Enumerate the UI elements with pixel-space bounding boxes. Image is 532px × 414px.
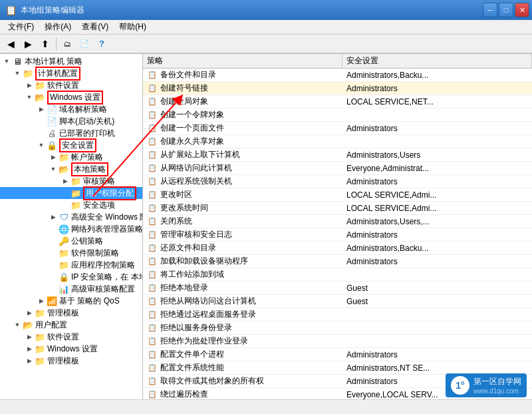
policy-cell: 📋拒绝以服务身份登录 [143,321,342,334]
expander-software: ▶ [24,80,35,91]
policy-label: 拒绝通过远程桌面服务登录 [160,309,256,320]
icon-ipsec: 🔒 [59,272,69,282]
close-button[interactable]: ✕ [515,3,529,17]
icon-scripts: 📄 [47,116,57,126]
tree-view: ▼ 🖥 本地计算机 策略 ▼ 📁 计算机配置 ▶ 📁 软件设置 [0,54,142,368]
menu-view[interactable]: 查看(V) [76,20,114,34]
policy-label: 将工作站添加到域 [160,269,224,280]
back-button[interactable]: ◀ [3,36,19,52]
tree-node-userconfig[interactable]: ▼ 📂 用户配置 [0,319,142,331]
list-row[interactable]: 📋还原文件和目录Administrators,Backu... [143,242,532,255]
list-row[interactable]: 📋将工作站添加到域 [143,268,532,282]
list-row[interactable]: 📋创建一个页面文件Administrators [143,122,532,135]
tree-node-windows[interactable]: ▼ 📂 Windows 设置 [0,91,142,103]
title-bar-text: 本地组策略编辑器 [21,5,84,16]
expander-printers [36,128,47,138]
col-header-security[interactable]: 安全设置 [342,54,532,68]
list-row[interactable]: 📋从网络访问此计算机Everyone,Administrat... [143,162,532,175]
label-software: 软件设置 [47,80,79,91]
label-softrestrict: 软件限制策略 [71,248,119,259]
policy-label: 从远程系统强制关机 [160,176,232,187]
security-cell: LOCAL SERVICE,Admi... [342,188,532,201]
list-row[interactable]: 📋创建符号链接Administrators [143,82,532,95]
tree-node-admintemp[interactable]: ▶ 📁 管理模板 [0,307,142,319]
icon-secopts: 📁 [70,200,81,210]
tree-node-dns[interactable]: ▶ 📄 域名解析策略 [0,103,142,115]
col-header-policy[interactable]: 策略 [143,54,342,68]
policy-cell: 📋关闭系统 [143,215,342,228]
expander-usersoftware: ▶ [24,331,35,342]
list-row[interactable]: 📋创建全局对象LOCAL SERVICE,NET... [143,95,532,108]
list-row[interactable]: 📋从远程系统强制关机Administrators [143,175,532,188]
list-row[interactable]: 📋关闭系统Administrators,Users,... [143,215,532,228]
up-button[interactable]: ⬆ [37,36,53,52]
tree-node-scripts[interactable]: 📄 脚本(启动/关机) [0,115,142,127]
list-row[interactable]: 📋配置文件单个进程Administrators [143,348,532,361]
menu-help[interactable]: 帮助(H) [114,20,152,34]
policy-cell: 📋从远程系统强制关机 [143,175,342,188]
security-cell [342,308,532,321]
tree-node-printers[interactable]: 🖨 已部署的打印机 [0,127,142,139]
list-row[interactable]: 📋拒绝以服务身份登录 [143,321,532,335]
list-row[interactable]: 📋创建永久共享对象 [143,135,532,148]
expander-pki [48,236,59,246]
policy-label: 拒绝本地登录 [160,282,208,294]
watermark: 1° 第一区自学网 www.d1qu.com [446,373,527,397]
forward-button[interactable]: ▶ [20,36,36,52]
tree-node-pki[interactable]: 🔑 公钥策略 [0,235,142,247]
policy-label: 加载和卸载设备驱动程序 [160,256,248,267]
icon-winfirewall: 🛡 [59,212,69,222]
tree-node-ipsec[interactable]: 🔒 IP 安全策略，在 本地计算机 [0,271,142,283]
tree-node-qos[interactable]: ▶ 📶 基于 策略的 QoS [0,295,142,307]
list-row[interactable]: 📋管理审核和安全日志Administrators [143,228,532,242]
list-row[interactable]: 📋创建一个令牌对象 [143,108,532,122]
list-row[interactable]: 📋从扩展站上取下计算机Administrators,Users [143,148,532,162]
tree-node-advaudit[interactable]: 📊 高级审核策略配置 [0,283,142,295]
tree-node-local[interactable]: ▼ 📂 本地策略 [0,163,142,175]
tree-node-userrights[interactable]: 📁 用户权限分配 [0,187,142,199]
security-cell: Administrators [342,122,532,134]
maximize-button[interactable]: □ [499,3,513,17]
tree-node-netlist[interactable]: 🌐 网络列表管理器策略 [0,223,142,235]
list-row[interactable]: 📋备份文件和目录Administrators,Backu... [143,69,532,82]
list-row[interactable]: 📋更改时区LOCAL SERVICE,Admi... [143,188,532,202]
list-row[interactable]: 📋更改系统时间LOCAL SERVICE,Admi... [143,202,532,215]
tree-node-accounts[interactable]: ▶ 📁 帐户策略 [0,151,142,163]
minimize-button[interactable]: ─ [483,3,497,17]
list-row[interactable]: 📋配置文件系统性能Administrators,NT SE... [143,361,532,375]
policy-icon: 📋 [147,376,158,387]
tree-node-audit[interactable]: ▶ 📁 审核策略 [0,175,142,187]
security-cell [342,135,532,148]
tree-node-security[interactable]: ▼ 🔒 安全设置 [0,139,142,151]
policy-cell: 📋备份文件和目录 [143,69,342,81]
tree-node-root[interactable]: ▼ 🖥 本地计算机 策略 [0,55,142,67]
policy-cell: 📋取得文件或其他对象的所有权 [143,375,342,387]
tree-node-usersoftware[interactable]: ▶ 📁 软件设置 [0,331,142,343]
menu-file[interactable]: 文件(F) [3,20,39,34]
policy-cell: 📋管理审核和安全日志 [143,228,342,241]
list-row[interactable]: 📋拒绝通过远程桌面服务登录 [143,308,532,321]
list-row[interactable]: 📋加载和卸载设备驱动程序Administrators [143,255,532,268]
list-row[interactable]: 📋拒绝本地登录Guest [143,282,532,295]
tree-node-useradmin[interactable]: ▶ 📁 管理模板 [0,355,142,367]
security-cell: Administrators,Backu... [342,242,532,254]
tree-node-software[interactable]: ▶ 📁 软件设置 [0,79,142,91]
show-hide-button[interactable]: 🗂 [59,36,75,52]
label-security: 安全设置 [59,138,96,152]
security-cell [342,268,532,281]
tree-node-winfirewall[interactable]: ▶ 🛡 高级安全 Windows 防火墙 [0,211,142,223]
properties-button[interactable]: 📄 [76,36,92,52]
menu-action[interactable]: 操作(A) [39,20,76,34]
list-row[interactable]: 📋拒绝从网络访问这台计算机Guest [143,295,532,308]
help-button[interactable]: ? [94,36,110,52]
label-applocker: 应用程序控制策略 [71,260,135,271]
tree-node-softrestrict[interactable]: 📁 软件限制策略 [0,247,142,259]
policy-label: 更改系统时间 [160,202,208,214]
tree-node-applocker[interactable]: 📁 应用程序控制策略 [0,259,142,271]
policy-cell: 📋创建符号链接 [143,82,342,95]
icon-admintemp: 📁 [35,308,45,318]
tree-node-secopts[interactable]: 📁 安全选项 [0,199,142,211]
tree-node-computer[interactable]: ▼ 📁 计算机配置 [0,67,142,79]
tree-node-userwindows[interactable]: ▶ 📁 Windows 设置 [0,343,142,355]
list-row[interactable]: 📋拒绝作为批处理作业登录 [143,335,532,348]
